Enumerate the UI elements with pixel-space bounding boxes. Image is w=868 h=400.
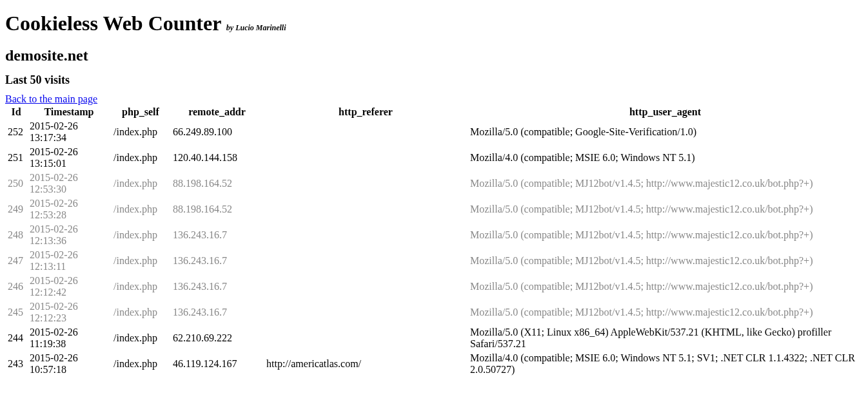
cell-id: 247 <box>5 248 27 274</box>
cell-user-agent: Mozilla/5.0 (X11; Linux x86_64) AppleWeb… <box>468 325 863 351</box>
cell-remote-addr: 120.40.144.158 <box>170 145 264 171</box>
cell-user-agent: Mozilla/4.0 (compatible; MSIE 6.0; Windo… <box>468 351 863 377</box>
cell-id: 251 <box>5 145 27 171</box>
cell-http-referer <box>264 145 468 171</box>
cell-http-referer <box>264 325 468 351</box>
col-http-referer: http_referer <box>264 105 468 119</box>
cell-timestamp: 2015-02-26 13:17:34 <box>27 119 111 145</box>
cell-http-referer <box>264 171 468 196</box>
cell-php-self: /index.php <box>111 351 170 377</box>
cell-timestamp: 2015-02-26 11:19:38 <box>27 325 111 351</box>
byline: by Lucio Marinelli <box>226 23 286 32</box>
cell-remote-addr: 66.249.89.100 <box>170 119 264 145</box>
cell-timestamp: 2015-02-26 12:12:23 <box>27 300 111 325</box>
page-title: Cookieless Web Counter by Lucio Marinell… <box>5 12 863 35</box>
cell-id: 243 <box>5 351 27 377</box>
cell-user-agent: Mozilla/5.0 (compatible; MJ12bot/v1.4.5;… <box>468 300 863 325</box>
cell-id: 245 <box>5 300 27 325</box>
col-timestamp: Timestamp <box>27 105 111 119</box>
cell-timestamp: 2015-02-26 12:12:42 <box>27 274 111 300</box>
cell-timestamp: 2015-02-26 12:53:28 <box>27 196 111 222</box>
cell-remote-addr: 136.243.16.7 <box>170 248 264 274</box>
cell-timestamp: 2015-02-26 10:57:18 <box>27 351 111 377</box>
cell-remote-addr: 136.243.16.7 <box>170 274 264 300</box>
cell-php-self: /index.php <box>111 300 170 325</box>
cell-remote-addr: 62.210.69.222 <box>170 325 264 351</box>
cell-php-self: /index.php <box>111 196 170 222</box>
table-row: 2462015-02-26 12:12:42/index.php136.243.… <box>5 274 863 300</box>
table-row: 2472015-02-26 12:13:11/index.php136.243.… <box>5 248 863 274</box>
cell-http-referer: http://americatlas.com/ <box>264 351 468 377</box>
cell-php-self: /index.php <box>111 145 170 171</box>
table-row: 2512015-02-26 13:15:01/index.php120.40.1… <box>5 145 863 171</box>
table-row: 2492015-02-26 12:53:28/index.php88.198.1… <box>5 196 863 222</box>
cell-php-self: /index.php <box>111 274 170 300</box>
back-link[interactable]: Back to the main page <box>5 93 97 104</box>
cell-remote-addr: 136.243.16.7 <box>170 222 264 248</box>
cell-timestamp: 2015-02-26 12:13:36 <box>27 222 111 248</box>
cell-id: 244 <box>5 325 27 351</box>
cell-php-self: /index.php <box>111 171 170 196</box>
table-row: 2502015-02-26 12:53:30/index.php88.198.1… <box>5 171 863 196</box>
cell-id: 246 <box>5 274 27 300</box>
col-id: Id <box>5 105 27 119</box>
visits-table: Id Timestamp php_self remote_addr http_r… <box>5 105 863 377</box>
cell-id: 249 <box>5 196 27 222</box>
table-row: 2452015-02-26 12:12:23/index.php136.243.… <box>5 300 863 325</box>
cell-user-agent: Mozilla/5.0 (compatible; MJ12bot/v1.4.5;… <box>468 196 863 222</box>
cell-user-agent: Mozilla/5.0 (compatible; MJ12bot/v1.4.5;… <box>468 222 863 248</box>
cell-http-referer <box>264 274 468 300</box>
col-remote-addr: remote_addr <box>170 105 264 119</box>
cell-id: 248 <box>5 222 27 248</box>
cell-timestamp: 2015-02-26 13:15:01 <box>27 145 111 171</box>
table-header-row: Id Timestamp php_self remote_addr http_r… <box>5 105 863 119</box>
cell-user-agent: Mozilla/5.0 (compatible; MJ12bot/v1.4.5;… <box>468 274 863 300</box>
cell-user-agent: Mozilla/5.0 (compatible; Google-Site-Ver… <box>468 119 863 145</box>
col-user-agent: http_user_agent <box>468 105 863 119</box>
cell-php-self: /index.php <box>111 325 170 351</box>
table-row: 2482015-02-26 12:13:36/index.php136.243.… <box>5 222 863 248</box>
cell-http-referer <box>264 222 468 248</box>
cell-http-referer <box>264 119 468 145</box>
site-name: demosite.net <box>5 47 863 64</box>
cell-user-agent: Mozilla/5.0 (compatible; MJ12bot/v1.4.5;… <box>468 171 863 196</box>
cell-timestamp: 2015-02-26 12:53:30 <box>27 171 111 196</box>
cell-remote-addr: 88.198.164.52 <box>170 171 264 196</box>
cell-http-referer <box>264 248 468 274</box>
cell-php-self: /index.php <box>111 119 170 145</box>
table-row: 2432015-02-26 10:57:18/index.php46.119.1… <box>5 351 863 377</box>
cell-php-self: /index.php <box>111 222 170 248</box>
cell-remote-addr: 46.119.124.167 <box>170 351 264 377</box>
cell-http-referer <box>264 196 468 222</box>
cell-id: 252 <box>5 119 27 145</box>
title-text: Cookieless Web Counter <box>5 12 221 35</box>
cell-remote-addr: 136.243.16.7 <box>170 300 264 325</box>
cell-id: 250 <box>5 171 27 196</box>
cell-timestamp: 2015-02-26 12:13:11 <box>27 248 111 274</box>
cell-http-referer <box>264 300 468 325</box>
cell-user-agent: Mozilla/5.0 (compatible; MJ12bot/v1.4.5;… <box>468 248 863 274</box>
cell-user-agent: Mozilla/4.0 (compatible; MSIE 6.0; Windo… <box>468 145 863 171</box>
col-php-self: php_self <box>111 105 170 119</box>
cell-php-self: /index.php <box>111 248 170 274</box>
table-row: 2442015-02-26 11:19:38/index.php62.210.6… <box>5 325 863 351</box>
section-subtitle: Last 50 visits <box>5 73 863 87</box>
cell-remote-addr: 88.198.164.52 <box>170 196 264 222</box>
table-row: 2522015-02-26 13:17:34/index.php66.249.8… <box>5 119 863 145</box>
